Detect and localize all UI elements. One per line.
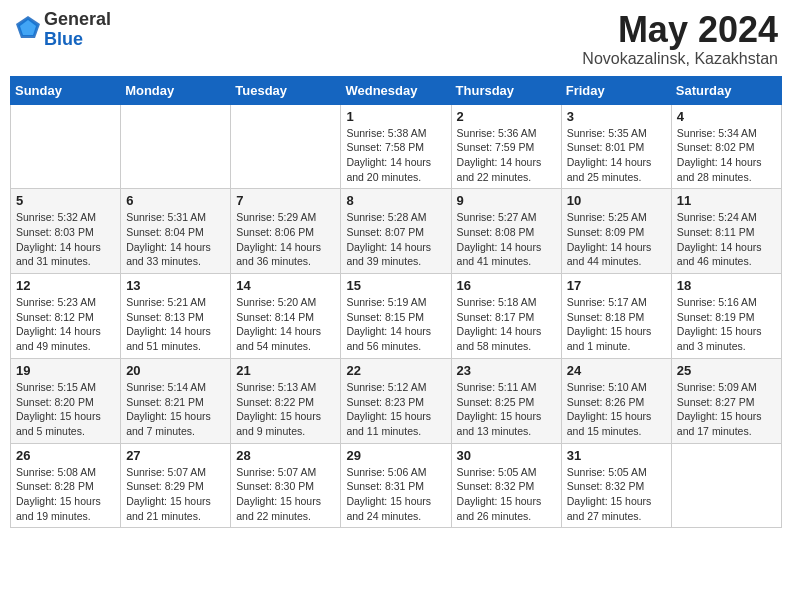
weekday-header: Saturday: [671, 76, 781, 104]
calendar-cell: 26Sunrise: 5:08 AM Sunset: 8:28 PM Dayli…: [11, 443, 121, 528]
calendar-cell: 21Sunrise: 5:13 AM Sunset: 8:22 PM Dayli…: [231, 358, 341, 443]
day-info: Sunrise: 5:36 AM Sunset: 7:59 PM Dayligh…: [457, 126, 556, 185]
day-info: Sunrise: 5:16 AM Sunset: 8:19 PM Dayligh…: [677, 295, 776, 354]
calendar-cell: 12Sunrise: 5:23 AM Sunset: 8:12 PM Dayli…: [11, 274, 121, 359]
calendar-cell: 15Sunrise: 5:19 AM Sunset: 8:15 PM Dayli…: [341, 274, 451, 359]
day-info: Sunrise: 5:05 AM Sunset: 8:32 PM Dayligh…: [457, 465, 556, 524]
weekday-header: Thursday: [451, 76, 561, 104]
calendar-week-row: 19Sunrise: 5:15 AM Sunset: 8:20 PM Dayli…: [11, 358, 782, 443]
month-year: May 2024: [582, 10, 778, 50]
calendar-cell: 14Sunrise: 5:20 AM Sunset: 8:14 PM Dayli…: [231, 274, 341, 359]
day-number: 20: [126, 363, 225, 378]
day-number: 5: [16, 193, 115, 208]
day-info: Sunrise: 5:34 AM Sunset: 8:02 PM Dayligh…: [677, 126, 776, 185]
day-number: 31: [567, 448, 666, 463]
day-info: Sunrise: 5:07 AM Sunset: 8:29 PM Dayligh…: [126, 465, 225, 524]
day-number: 7: [236, 193, 335, 208]
day-info: Sunrise: 5:21 AM Sunset: 8:13 PM Dayligh…: [126, 295, 225, 354]
day-number: 10: [567, 193, 666, 208]
calendar: SundayMondayTuesdayWednesdayThursdayFrid…: [10, 76, 782, 529]
day-info: Sunrise: 5:20 AM Sunset: 8:14 PM Dayligh…: [236, 295, 335, 354]
day-number: 6: [126, 193, 225, 208]
day-info: Sunrise: 5:06 AM Sunset: 8:31 PM Dayligh…: [346, 465, 445, 524]
calendar-cell: 31Sunrise: 5:05 AM Sunset: 8:32 PM Dayli…: [561, 443, 671, 528]
calendar-cell: 17Sunrise: 5:17 AM Sunset: 8:18 PM Dayli…: [561, 274, 671, 359]
day-number: 29: [346, 448, 445, 463]
day-number: 11: [677, 193, 776, 208]
calendar-cell: 10Sunrise: 5:25 AM Sunset: 8:09 PM Dayli…: [561, 189, 671, 274]
calendar-cell: 30Sunrise: 5:05 AM Sunset: 8:32 PM Dayli…: [451, 443, 561, 528]
logo-text: General Blue: [44, 10, 111, 50]
day-number: 30: [457, 448, 556, 463]
day-info: Sunrise: 5:29 AM Sunset: 8:06 PM Dayligh…: [236, 210, 335, 269]
day-info: Sunrise: 5:12 AM Sunset: 8:23 PM Dayligh…: [346, 380, 445, 439]
calendar-cell: 4Sunrise: 5:34 AM Sunset: 8:02 PM Daylig…: [671, 104, 781, 189]
calendar-cell: 5Sunrise: 5:32 AM Sunset: 8:03 PM Daylig…: [11, 189, 121, 274]
day-info: Sunrise: 5:32 AM Sunset: 8:03 PM Dayligh…: [16, 210, 115, 269]
calendar-cell: 18Sunrise: 5:16 AM Sunset: 8:19 PM Dayli…: [671, 274, 781, 359]
calendar-cell: 3Sunrise: 5:35 AM Sunset: 8:01 PM Daylig…: [561, 104, 671, 189]
day-number: 12: [16, 278, 115, 293]
calendar-cell: 24Sunrise: 5:10 AM Sunset: 8:26 PM Dayli…: [561, 358, 671, 443]
weekday-header: Wednesday: [341, 76, 451, 104]
calendar-week-row: 1Sunrise: 5:38 AM Sunset: 7:58 PM Daylig…: [11, 104, 782, 189]
calendar-cell: 29Sunrise: 5:06 AM Sunset: 8:31 PM Dayli…: [341, 443, 451, 528]
day-number: 18: [677, 278, 776, 293]
day-info: Sunrise: 5:08 AM Sunset: 8:28 PM Dayligh…: [16, 465, 115, 524]
calendar-cell: 7Sunrise: 5:29 AM Sunset: 8:06 PM Daylig…: [231, 189, 341, 274]
calendar-cell: 16Sunrise: 5:18 AM Sunset: 8:17 PM Dayli…: [451, 274, 561, 359]
day-info: Sunrise: 5:05 AM Sunset: 8:32 PM Dayligh…: [567, 465, 666, 524]
day-info: Sunrise: 5:28 AM Sunset: 8:07 PM Dayligh…: [346, 210, 445, 269]
page-header: General Blue May 2024 Novokazalinsk, Kaz…: [10, 10, 782, 68]
day-info: Sunrise: 5:18 AM Sunset: 8:17 PM Dayligh…: [457, 295, 556, 354]
calendar-cell: 11Sunrise: 5:24 AM Sunset: 8:11 PM Dayli…: [671, 189, 781, 274]
day-number: 3: [567, 109, 666, 124]
day-info: Sunrise: 5:27 AM Sunset: 8:08 PM Dayligh…: [457, 210, 556, 269]
logo-icon: [14, 14, 42, 42]
day-number: 23: [457, 363, 556, 378]
calendar-cell: [11, 104, 121, 189]
day-info: Sunrise: 5:17 AM Sunset: 8:18 PM Dayligh…: [567, 295, 666, 354]
calendar-cell: 19Sunrise: 5:15 AM Sunset: 8:20 PM Dayli…: [11, 358, 121, 443]
day-number: 27: [126, 448, 225, 463]
calendar-cell: 22Sunrise: 5:12 AM Sunset: 8:23 PM Dayli…: [341, 358, 451, 443]
weekday-header: Friday: [561, 76, 671, 104]
calendar-cell: [231, 104, 341, 189]
calendar-cell: 6Sunrise: 5:31 AM Sunset: 8:04 PM Daylig…: [121, 189, 231, 274]
calendar-cell: 1Sunrise: 5:38 AM Sunset: 7:58 PM Daylig…: [341, 104, 451, 189]
calendar-cell: [121, 104, 231, 189]
day-info: Sunrise: 5:19 AM Sunset: 8:15 PM Dayligh…: [346, 295, 445, 354]
day-info: Sunrise: 5:11 AM Sunset: 8:25 PM Dayligh…: [457, 380, 556, 439]
day-info: Sunrise: 5:15 AM Sunset: 8:20 PM Dayligh…: [16, 380, 115, 439]
calendar-cell: 13Sunrise: 5:21 AM Sunset: 8:13 PM Dayli…: [121, 274, 231, 359]
calendar-cell: 2Sunrise: 5:36 AM Sunset: 7:59 PM Daylig…: [451, 104, 561, 189]
day-number: 24: [567, 363, 666, 378]
location: Novokazalinsk, Kazakhstan: [582, 50, 778, 68]
day-number: 25: [677, 363, 776, 378]
calendar-week-row: 12Sunrise: 5:23 AM Sunset: 8:12 PM Dayli…: [11, 274, 782, 359]
day-info: Sunrise: 5:07 AM Sunset: 8:30 PM Dayligh…: [236, 465, 335, 524]
calendar-cell: 9Sunrise: 5:27 AM Sunset: 8:08 PM Daylig…: [451, 189, 561, 274]
day-number: 9: [457, 193, 556, 208]
day-number: 8: [346, 193, 445, 208]
day-number: 19: [16, 363, 115, 378]
weekday-header: Monday: [121, 76, 231, 104]
day-info: Sunrise: 5:14 AM Sunset: 8:21 PM Dayligh…: [126, 380, 225, 439]
day-info: Sunrise: 5:35 AM Sunset: 8:01 PM Dayligh…: [567, 126, 666, 185]
day-info: Sunrise: 5:31 AM Sunset: 8:04 PM Dayligh…: [126, 210, 225, 269]
day-number: 4: [677, 109, 776, 124]
day-info: Sunrise: 5:24 AM Sunset: 8:11 PM Dayligh…: [677, 210, 776, 269]
weekday-header: Sunday: [11, 76, 121, 104]
logo-general: General: [44, 10, 111, 30]
day-info: Sunrise: 5:38 AM Sunset: 7:58 PM Dayligh…: [346, 126, 445, 185]
day-number: 26: [16, 448, 115, 463]
day-number: 2: [457, 109, 556, 124]
calendar-cell: 20Sunrise: 5:14 AM Sunset: 8:21 PM Dayli…: [121, 358, 231, 443]
title-block: May 2024 Novokazalinsk, Kazakhstan: [582, 10, 778, 68]
calendar-cell: 25Sunrise: 5:09 AM Sunset: 8:27 PM Dayli…: [671, 358, 781, 443]
calendar-cell: 28Sunrise: 5:07 AM Sunset: 8:30 PM Dayli…: [231, 443, 341, 528]
weekday-header-row: SundayMondayTuesdayWednesdayThursdayFrid…: [11, 76, 782, 104]
calendar-cell: [671, 443, 781, 528]
calendar-cell: 8Sunrise: 5:28 AM Sunset: 8:07 PM Daylig…: [341, 189, 451, 274]
weekday-header: Tuesday: [231, 76, 341, 104]
